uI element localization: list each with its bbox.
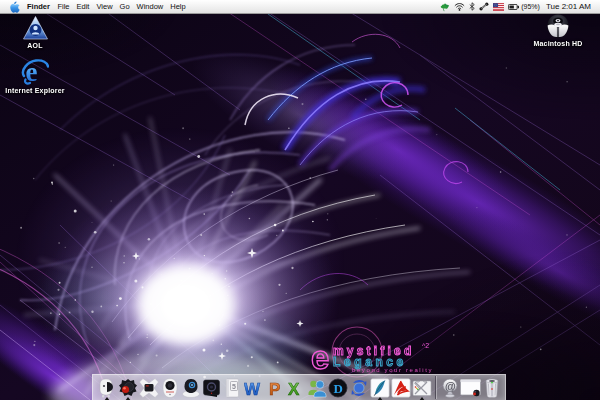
dock-item-at-mail-stand[interactable]: @	[439, 375, 460, 400]
dock-item-microsoft-excel[interactable]: X	[285, 375, 306, 400]
dock-item-finder-robot[interactable]	[96, 375, 117, 400]
msn-messenger-icon	[307, 378, 327, 398]
svg-text:5: 5	[232, 383, 236, 390]
macintosh-hd-icon	[545, 14, 571, 38]
dock-item-mouse-blue-ring[interactable]	[180, 375, 201, 400]
svg-text:@: @	[445, 379, 456, 391]
microsoft-powerpoint-icon: P	[266, 378, 284, 398]
white-speaker-pod-icon	[161, 378, 179, 398]
logo-tagline: beyond your reality	[352, 367, 433, 373]
logo-sup: ^2	[422, 342, 429, 349]
desktop-icon-macintosh-hd[interactable]: Macintosh HD	[524, 14, 592, 47]
menu-bar: Finder File Edit View Go Window Help	[0, 0, 600, 14]
svg-text:X: X	[288, 379, 300, 398]
menu-finder[interactable]: Finder	[27, 0, 54, 14]
wallpaper	[0, 0, 600, 400]
battery-indicator[interactable]: (95%)	[508, 3, 540, 10]
bluetooth-icon[interactable]	[469, 0, 475, 13]
macintosh-hd-label: Macintosh HD	[533, 40, 582, 47]
dock-item-white-window[interactable]	[460, 375, 481, 400]
battery-percent: (95%)	[521, 3, 540, 10]
leaf-menu-icon[interactable]	[440, 0, 450, 13]
black-disc-d-icon: D	[328, 378, 348, 398]
menu-clock[interactable]: Tue 2:01 AM	[544, 2, 591, 11]
dock-item-microsoft-powerpoint[interactable]: P	[264, 375, 285, 400]
dock-item-microsoft-word[interactable]: W	[243, 375, 264, 400]
svg-text:P: P	[269, 379, 280, 398]
menu-file[interactable]: File	[54, 0, 73, 14]
logo-e: e	[311, 339, 329, 376]
finder-robot-icon	[97, 378, 116, 398]
dock-item-msn-messenger[interactable]	[306, 375, 327, 400]
trash-icon	[483, 378, 501, 398]
black-sphere-camera-icon	[118, 378, 138, 398]
battery-icon	[508, 4, 519, 10]
svg-text:W: W	[244, 379, 261, 398]
phone-icon[interactable]	[479, 0, 489, 13]
microsoft-excel-icon: X	[286, 378, 306, 398]
dock-item-adobe-acrobat[interactable]	[390, 375, 411, 400]
dock-item-black-sphere-camera[interactable]	[117, 375, 138, 400]
dock-item-white-speaker-pod[interactable]	[159, 375, 180, 400]
internet-explorer-label: Internet Explorer	[5, 87, 64, 94]
feather-quill-icon	[370, 378, 390, 398]
dock-separator	[432, 375, 439, 400]
adobe-acrobat-icon	[391, 378, 411, 398]
blue-orbit-globe-icon	[349, 378, 369, 398]
dock-item-blue-orbit-globe[interactable]	[348, 375, 369, 400]
mouse-blue-ring-icon	[181, 378, 201, 398]
dock: 5 W P X	[92, 374, 506, 400]
aol-label: AOL	[27, 42, 42, 49]
menu-go[interactable]: Go	[116, 0, 133, 14]
dock-item-white-book[interactable]: 5	[222, 375, 243, 400]
black-display-icon	[202, 378, 221, 398]
internet-explorer-icon: e	[21, 58, 49, 85]
at-mail-stand-icon: @	[440, 378, 460, 398]
white-book-icon: 5	[224, 378, 241, 398]
svg-text:D: D	[333, 380, 342, 395]
microsoft-word-icon: W	[244, 378, 264, 398]
white-window-icon	[460, 379, 481, 397]
dock-item-black-disc-d[interactable]: D	[327, 375, 348, 400]
theme-scissors-icon	[412, 378, 432, 398]
dock-item-trash[interactable]	[481, 375, 502, 400]
desktop-icon-internet-explorer[interactable]: e Internet Explorer	[1, 58, 69, 94]
menu-help[interactable]: Help	[167, 0, 189, 14]
white-cross-monitor-icon	[139, 378, 159, 398]
us-flag-icon[interactable]	[493, 0, 504, 13]
aol-icon	[23, 16, 48, 40]
desktop-icon-aol[interactable]: AOL	[1, 16, 69, 49]
apple-menu-icon[interactable]	[10, 1, 20, 13]
dock-item-feather-quill[interactable]	[369, 375, 390, 400]
wifi-icon[interactable]	[454, 0, 465, 13]
dock-item-black-display[interactable]	[201, 375, 222, 400]
dock-item-white-cross-monitor[interactable]	[138, 375, 159, 400]
menu-edit[interactable]: Edit	[73, 0, 93, 14]
menu-view[interactable]: View	[93, 0, 116, 14]
menu-window[interactable]: Window	[133, 0, 167, 14]
dock-item-theme-scissors[interactable]	[411, 375, 432, 400]
